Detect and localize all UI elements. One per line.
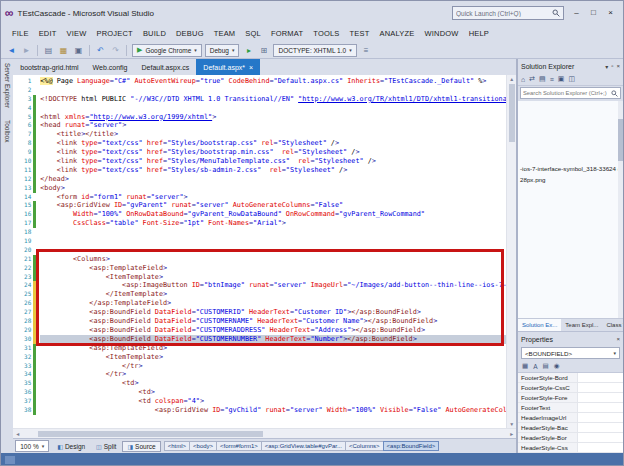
code-line[interactable]: 27 <asp:BoundField DataField="CUSTOMERID… [13, 308, 506, 317]
code-line[interactable]: 28 <asp:BoundField DataField="CUSTOMERNA… [13, 317, 506, 326]
code-line[interactable]: 25 </ItemTemplate> [13, 290, 506, 299]
breadcrumb-tag[interactable]: <body> [189, 441, 217, 451]
property-row[interactable]: HeaderStyle-Bor [518, 433, 623, 443]
menu-item-team[interactable]: TEAM [209, 27, 241, 40]
code-line[interactable]: 23 <ItemTemplate> [13, 273, 506, 282]
server-explorer-tab[interactable]: Server Explorer [4, 63, 11, 108]
property-value[interactable] [578, 443, 623, 452]
code-line[interactable]: 5<html xmlns="http://www.w3.org/1999/xht… [13, 113, 506, 122]
close-icon[interactable]: × [616, 336, 620, 342]
code-line[interactable]: 1<%@ Page Language="C#" AutoEventWireup=… [13, 77, 506, 86]
code-line[interactable]: 31 <asp:TemplateField> [13, 344, 506, 353]
events-icon[interactable]: ◉ [554, 362, 560, 370]
tab-default-aspx-cs[interactable]: Default.aspx.cs [135, 59, 197, 75]
code-line[interactable]: 11 <link type="text/css" href="Styles/sb… [13, 166, 506, 175]
code-line[interactable]: 24 <asp:ImageButton ID="btnImage" runat=… [13, 281, 506, 290]
undo-icon[interactable]: ↶ [94, 44, 107, 57]
code-line[interactable]: 19 [13, 237, 506, 246]
property-row[interactable]: FooterText [518, 403, 623, 413]
editor-horizontal-scrollbar[interactable]: ◄ ► [13, 428, 516, 438]
menu-item-project[interactable]: PROJECT [92, 27, 138, 40]
panel-tab-team-expl-[interactable]: Team Expl... [561, 319, 602, 331]
scroll-right-icon[interactable]: ► [509, 430, 514, 438]
property-row[interactable]: HeaderImageUrl [518, 413, 623, 423]
property-row[interactable]: FooterStyle-Bord [518, 373, 623, 383]
menu-item-tools[interactable]: TOOLS [308, 27, 344, 40]
config-dropdown[interactable]: Debug ▾ [205, 44, 240, 57]
code-line[interactable]: 36 <td> [13, 388, 506, 397]
code-line[interactable]: 20 [13, 246, 506, 255]
code-line[interactable]: 34 </tr> [13, 370, 506, 379]
code-line[interactable]: 12</head> [13, 175, 506, 184]
code-line[interactable]: 4 [13, 104, 506, 113]
property-value[interactable] [578, 413, 623, 422]
start-debug-icon[interactable]: ▸ [242, 44, 255, 57]
code-line[interactable]: 8 <link type="text/css" href="Styles/boo… [13, 139, 506, 148]
property-value[interactable] [578, 403, 623, 412]
menu-item-window[interactable]: WINDOW [420, 27, 464, 40]
view-split[interactable]: ◫Split [91, 441, 121, 452]
code-line[interactable]: 2 [13, 86, 506, 95]
zoom-dropdown[interactable]: 100 % ▾ [15, 440, 49, 452]
tree-scrollbar[interactable] [618, 101, 623, 318]
close-icon[interactable]: × [616, 63, 620, 70]
save-icon[interactable]: ▣ [72, 44, 85, 57]
menu-item-file[interactable]: FILE [7, 27, 34, 40]
solution-tree[interactable]: -ios-7-interface-symbol_318-33624 (1).jp… [518, 101, 623, 318]
scrollbar-thumb[interactable] [618, 119, 623, 161]
search-box[interactable] [520, 87, 621, 99]
code-line[interactable]: 17 CssClass="table" Font-Size="1pt" Font… [13, 219, 506, 228]
code-line[interactable]: 32 <ItemTemplate> [13, 353, 506, 362]
toolbox-tab[interactable]: Toolbox [4, 120, 11, 142]
code-line[interactable]: 3<!DOCTYPE html PUBLIC "-//W3C//DTD XHTM… [13, 95, 506, 104]
chevron-down-icon[interactable]: ▾ [605, 63, 608, 70]
code-line[interactable]: 7 <title></title> [13, 130, 506, 139]
options-icon[interactable]: ≡ [360, 44, 373, 57]
code-line[interactable]: 22 <asp:TemplateField> [13, 264, 506, 273]
code-line[interactable]: 33 </tr> [13, 362, 506, 371]
object-dropdown[interactable]: <BOUNDFIELD> ▾ [521, 347, 620, 359]
scroll-up-icon[interactable]: ▲ [509, 75, 514, 83]
close-icon[interactable]: × [249, 64, 253, 71]
menu-item-help[interactable]: HELP [464, 27, 494, 40]
property-row[interactable]: HeaderStyle-Bac [518, 423, 623, 433]
code-line[interactable]: 15 <asp:GridView ID="gvParent" runat="se… [13, 201, 506, 210]
run-target-dropdown[interactable]: ▶ Google Chrome ▾ [132, 44, 202, 57]
menu-item-sql[interactable]: SQL [240, 27, 266, 40]
code-editor[interactable]: 1<%@ Page Language="C#" AutoEventWireup=… [13, 75, 516, 428]
redo-icon[interactable]: ↷ [109, 44, 122, 57]
collapse-all-icon[interactable]: ≡ [550, 76, 554, 83]
file-item[interactable]: -ios-7-interface-symbol_318-33624 (1).jp… [518, 163, 623, 174]
property-value[interactable] [578, 393, 623, 402]
alphabetical-icon[interactable]: A [533, 363, 537, 370]
scrollbar-thumb[interactable] [38, 431, 263, 437]
menu-item-format[interactable]: FORMAT [266, 27, 308, 40]
properties-header[interactable]: Properties × [518, 332, 623, 346]
properties-icon[interactable]: ▤ [543, 362, 549, 370]
breadcrumb-tag[interactable]: <form#form1> [216, 441, 262, 451]
property-value[interactable] [578, 383, 623, 392]
back-icon[interactable]: ◄ [5, 44, 18, 57]
open-file-icon[interactable]: ▦ [57, 44, 70, 57]
menu-item-edit[interactable]: EDIT [34, 27, 62, 40]
show-all-files-icon[interactable]: ▤ [539, 75, 546, 83]
menu-item-test[interactable]: TEST [345, 27, 375, 40]
breadcrumb-tag[interactable]: <Columns> [345, 441, 384, 451]
code-line[interactable]: 35 <td> [13, 379, 506, 388]
panel-tab-class-view[interactable]: Class View [602, 319, 624, 331]
tab-default-aspx-[interactable]: Default.aspx*× [196, 59, 260, 75]
scrollbar-thumb[interactable] [509, 84, 515, 142]
preview-icon[interactable]: ◫ [568, 75, 575, 83]
property-value[interactable] [578, 433, 623, 442]
menu-item-debug[interactable]: DEBUG [171, 27, 209, 40]
code-line[interactable]: 26 </asp:TemplateField> [13, 299, 506, 308]
close-button[interactable]: × [602, 5, 619, 21]
code-line[interactable]: 10 <link type="text/css" href="Styles/Me… [13, 157, 506, 166]
menu-item-build[interactable]: BUILD [138, 27, 171, 40]
code-line[interactable]: 18 [13, 228, 506, 237]
pin-icon[interactable]: ▫ [611, 63, 613, 70]
file-item[interactable]: 28px.png [518, 174, 623, 185]
code-line[interactable]: 6<head runat="server"> [13, 121, 506, 130]
property-row[interactable]: FooterStyle-Fore [518, 393, 623, 403]
panel-tab-solution-ex-[interactable]: Solution Ex... [518, 319, 561, 331]
